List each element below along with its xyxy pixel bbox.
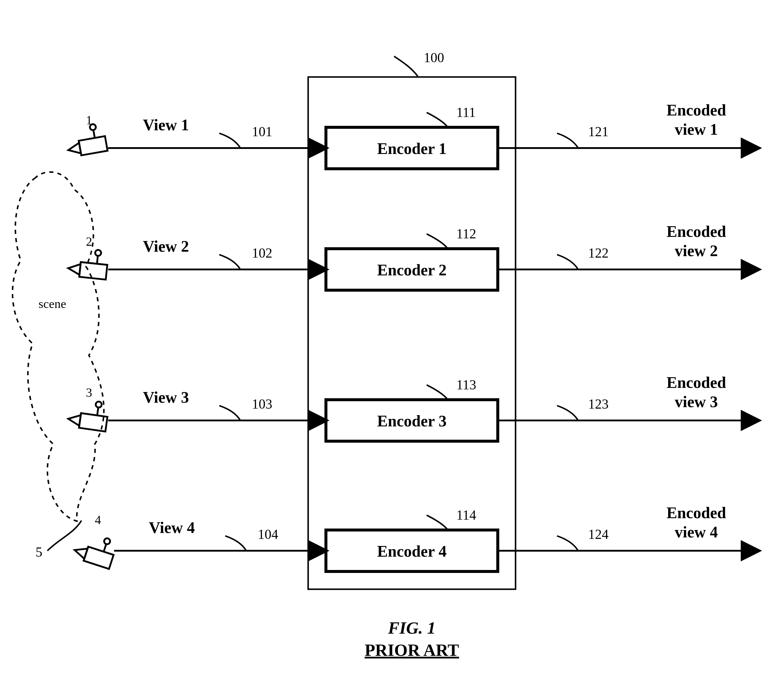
view-label: View 3	[143, 388, 189, 406]
camera-ref: 2	[86, 235, 92, 248]
figure-subtitle: PRIOR ART	[365, 640, 459, 660]
output-label-l1: Encoded	[666, 374, 726, 391]
diagram-canvas: scene 5 100 1 View 1 101 Encoder 1 111	[0, 0, 784, 697]
svg-rect-4	[79, 262, 107, 279]
encoder-label: Encoder 3	[377, 412, 447, 430]
encoder-label: Encoder 1	[377, 140, 447, 158]
output-label-l1: Encoded	[666, 101, 726, 119]
encoder-ref-leader	[427, 112, 447, 127]
output-label-l1: Encoded	[666, 223, 726, 240]
out-ref-leader	[557, 133, 578, 148]
diagram-row: 2 View 2 102 Encoder 2 112 122 Encoded v…	[68, 223, 759, 290]
svg-rect-0	[79, 136, 107, 155]
encoder-ref: 112	[456, 226, 476, 241]
svg-point-7	[95, 250, 101, 256]
camera-ref: 1	[86, 113, 92, 127]
scene-ref-leader: 5	[36, 521, 81, 560]
encoder-ref-leader	[427, 385, 447, 399]
in-ref: 101	[252, 124, 272, 139]
out-ref: 122	[588, 245, 609, 261]
camera-icon	[68, 247, 109, 279]
diagram-row: 3 View 3 103 Encoder 3 113 123 Encoded v…	[67, 374, 759, 441]
camera-ref: 4	[95, 513, 101, 527]
in-ref: 103	[252, 396, 272, 412]
svg-point-11	[96, 401, 102, 408]
svg-marker-1	[67, 143, 81, 155]
encoder-ref: 113	[456, 377, 476, 392]
output-label-l2: view 4	[675, 523, 718, 541]
in-ref-leader	[219, 133, 240, 148]
encoder-block-ref-leader: 100	[394, 50, 444, 76]
figure-title: FIG. 1	[387, 618, 436, 638]
in-ref-leader	[225, 536, 246, 550]
output-label-l2: view 2	[675, 242, 718, 260]
output-label-l2: view 1	[675, 120, 718, 138]
in-ref: 102	[252, 245, 272, 261]
scene-ref: 5	[36, 544, 42, 560]
svg-marker-13	[73, 545, 87, 559]
output-label-l2: view 3	[675, 393, 718, 411]
svg-marker-5	[68, 263, 81, 275]
out-ref-leader	[557, 406, 578, 420]
scene-label: scene	[38, 297, 66, 311]
view-label: View 2	[143, 237, 189, 255]
view-label: View 4	[149, 519, 195, 536]
view-label: View 1	[143, 116, 189, 134]
in-ref-leader	[219, 255, 240, 269]
camera-ref: 3	[86, 386, 92, 399]
svg-marker-9	[68, 414, 81, 426]
in-ref-leader	[219, 406, 240, 420]
svg-rect-8	[79, 413, 107, 431]
encoder-block-ref: 100	[424, 50, 444, 65]
out-ref-leader	[557, 255, 578, 269]
svg-rect-12	[84, 547, 114, 569]
in-ref: 104	[258, 527, 278, 542]
out-ref: 124	[588, 527, 609, 542]
diagram-row: 1 View 1 101 Encoder 1 111 121 Encoded v…	[64, 101, 759, 169]
encoder-label: Encoder 2	[377, 261, 447, 279]
scene-cloud: scene	[12, 172, 104, 521]
camera-icon	[72, 530, 118, 569]
out-ref: 123	[588, 396, 609, 412]
encoder-ref: 111	[456, 105, 476, 120]
encoder-ref-leader	[427, 515, 447, 529]
out-ref: 121	[588, 124, 609, 139]
encoder-label: Encoder 4	[377, 542, 447, 560]
encoder-ref: 114	[456, 508, 476, 523]
encoder-ref-leader	[427, 234, 447, 248]
svg-point-15	[104, 538, 111, 545]
output-label-l1: Encoded	[666, 504, 726, 522]
camera-icon	[64, 122, 107, 157]
out-ref-leader	[557, 536, 578, 550]
diagram-row: 4 View 4 104 Encoder 4 114 124 Encoded v…	[72, 504, 759, 572]
